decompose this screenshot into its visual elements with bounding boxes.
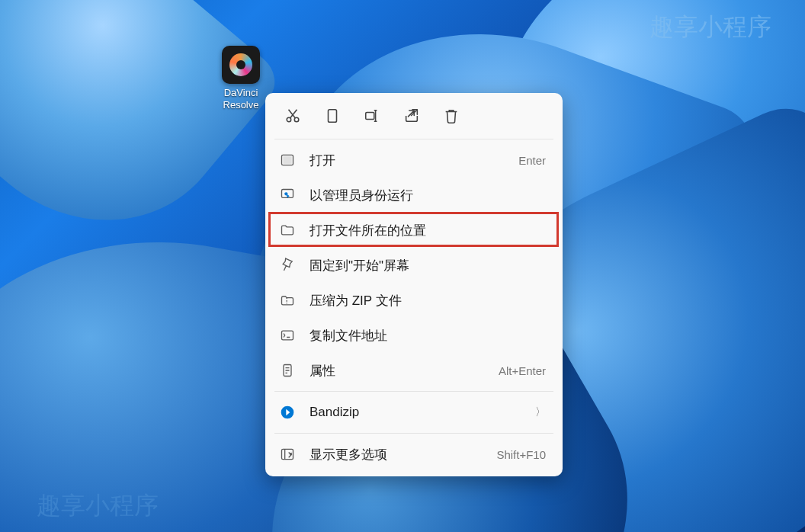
menu-label: 属性 <box>309 362 499 380</box>
separator <box>274 139 553 139</box>
menu-label: Bandizip <box>309 405 535 420</box>
bandizip-icon <box>279 404 296 421</box>
desktop-icon-davinci[interactable]: DaVinci Resolve <box>210 46 271 111</box>
menu-item-open-location[interactable]: 打开文件所在的位置 <box>270 213 558 248</box>
svg-rect-2 <box>329 110 337 123</box>
menu-label: 打开 <box>309 152 518 169</box>
context-menu: 打开 Enter 以管理员身份运行 打开文件所在的位置 固定到"开始"屏幕 压缩… <box>265 93 563 476</box>
svg-point-1 <box>294 117 299 122</box>
separator <box>274 391 553 392</box>
menu-label: 打开文件所在的位置 <box>309 222 546 239</box>
davinci-resolve-icon <box>222 46 260 84</box>
copy-button[interactable] <box>316 101 349 131</box>
rename-button[interactable] <box>355 101 389 131</box>
copy-path-icon <box>279 327 296 344</box>
svg-point-0 <box>287 117 291 122</box>
menu-item-more-options[interactable]: 显示更多选项 Shift+F10 <box>270 437 558 472</box>
menu-item-properties[interactable]: 属性 Alt+Enter <box>270 353 558 388</box>
chevron-right-icon: 〉 <box>535 405 546 419</box>
pin-icon <box>279 257 296 274</box>
menu-shortcut: Shift+F10 <box>496 448 546 461</box>
svg-rect-3 <box>366 112 374 119</box>
menu-item-copy-path[interactable]: 复制文件地址 <box>270 318 558 353</box>
menu-label: 复制文件地址 <box>309 327 546 345</box>
open-icon <box>279 152 296 168</box>
menu-label: 压缩为 ZIP 文件 <box>309 292 546 309</box>
cut-button[interactable] <box>276 101 309 131</box>
menu-item-run-as-admin[interactable]: 以管理员身份运行 <box>270 178 558 213</box>
menu-label: 固定到"开始"屏幕 <box>309 257 546 274</box>
menu-item-compress-zip[interactable]: 压缩为 ZIP 文件 <box>270 283 558 318</box>
svg-rect-5 <box>284 157 291 163</box>
properties-icon <box>279 362 296 379</box>
menu-item-bandizip[interactable]: Bandizip 〉 <box>270 395 558 430</box>
menu-item-pin-start[interactable]: 固定到"开始"屏幕 <box>270 248 558 283</box>
menu-item-open[interactable]: 打开 Enter <box>270 143 558 178</box>
menu-label: 显示更多选项 <box>309 446 496 463</box>
admin-icon <box>279 187 296 204</box>
svg-rect-7 <box>282 331 293 340</box>
more-icon <box>279 446 296 463</box>
desktop-icon-label: DaVinci Resolve <box>210 87 271 111</box>
separator <box>274 433 553 434</box>
folder-icon <box>279 222 296 239</box>
share-button[interactable] <box>395 101 428 131</box>
zip-icon <box>279 292 296 309</box>
action-bar <box>270 98 558 136</box>
menu-label: 以管理员身份运行 <box>309 187 546 204</box>
delete-button[interactable] <box>435 101 468 131</box>
menu-shortcut: Enter <box>518 154 546 167</box>
menu-shortcut: Alt+Enter <box>499 364 546 377</box>
